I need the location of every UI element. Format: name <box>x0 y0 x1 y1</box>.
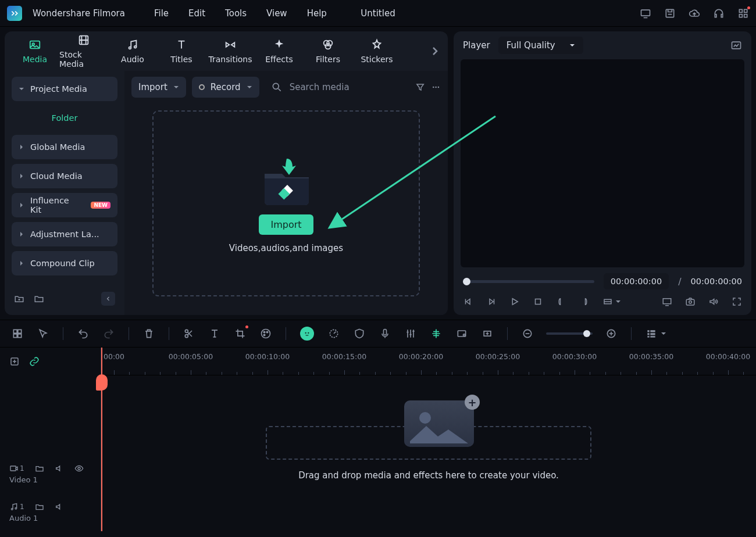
search-input[interactable] <box>288 81 404 93</box>
svg-rect-21 <box>536 299 541 305</box>
drop-hint: Videos,audios,and images <box>229 243 343 253</box>
color-icon[interactable] <box>260 328 272 339</box>
svg-point-10 <box>134 46 137 48</box>
delete-icon[interactable] <box>143 328 155 339</box>
folder-icon[interactable] <box>34 293 44 304</box>
display-settings-icon[interactable] <box>730 40 742 51</box>
zoom-slider[interactable] <box>546 332 593 335</box>
menu-tools[interactable]: Tools <box>225 8 247 19</box>
sidebar-item-compound-clip[interactable]: Compound Clip <box>12 251 117 275</box>
mark-in-icon[interactable] <box>556 296 566 307</box>
quality-dropdown[interactable]: Full Quality <box>498 37 583 54</box>
record-dropdown[interactable]: Record <box>192 77 259 98</box>
app-logo <box>7 6 22 21</box>
menu-edit[interactable]: Edit <box>188 8 205 19</box>
tabs-more-icon[interactable] <box>428 44 442 58</box>
aspect-icon[interactable] <box>602 296 613 307</box>
cursor-icon[interactable] <box>37 328 49 339</box>
mixer-icon[interactable] <box>405 328 416 339</box>
tab-effects[interactable]: Effects <box>255 38 304 64</box>
svg-rect-1 <box>666 9 673 17</box>
next-frame-icon[interactable] <box>486 296 497 307</box>
menu-help[interactable]: Help <box>307 8 327 19</box>
more-icon[interactable] <box>431 81 441 93</box>
link-icon[interactable] <box>29 356 40 367</box>
apps-icon[interactable] <box>737 8 749 19</box>
tab-filters[interactable]: Filters <box>304 38 352 64</box>
tab-audio[interactable]: Audio <box>108 38 157 64</box>
stop-icon[interactable] <box>533 296 543 307</box>
layout-icon[interactable] <box>12 328 23 339</box>
marker-icon[interactable] <box>430 328 442 339</box>
track-view-caret-icon[interactable] <box>661 331 666 336</box>
ai-assistant-icon[interactable] <box>300 327 314 341</box>
track-visible-icon[interactable] <box>74 464 84 473</box>
crop-icon[interactable] <box>234 328 246 339</box>
svg-rect-52 <box>10 466 16 471</box>
cloud-upload-icon[interactable] <box>689 8 700 19</box>
player-viewport[interactable] <box>461 59 744 267</box>
sidebar-item-global-media[interactable]: Global Media <box>12 135 117 159</box>
video-track-name: Video 1 <box>9 475 91 484</box>
sidebar-item-cloud-media[interactable]: Cloud Media <box>12 164 117 188</box>
zoom-in-icon[interactable] <box>605 328 617 339</box>
split-icon[interactable] <box>183 328 195 339</box>
tab-transitions[interactable]: Transitions <box>206 38 255 64</box>
timeline-drop-slot[interactable] <box>266 426 591 460</box>
mark-out-icon[interactable] <box>579 296 590 307</box>
menu-view[interactable]: View <box>266 8 287 19</box>
new-folder-icon[interactable] <box>14 293 24 304</box>
search-icon[interactable] <box>271 81 283 93</box>
app-name: Wondershare Filmora <box>33 8 125 19</box>
undo-icon[interactable] <box>77 328 89 339</box>
monitor-icon[interactable] <box>662 296 672 307</box>
snapshot-icon[interactable] <box>685 296 696 307</box>
video-track-header: 1 Video 1 <box>0 454 101 493</box>
aspect-caret-icon[interactable] <box>615 299 621 305</box>
filter-icon[interactable] <box>415 81 425 93</box>
add-track-icon[interactable] <box>9 356 20 367</box>
import-button[interactable]: Import <box>259 214 313 235</box>
import-drop-zone[interactable]: Import Videos,audios,and images <box>152 110 420 296</box>
tab-stickers[interactable]: Stickers <box>352 38 401 64</box>
render-icon[interactable] <box>456 328 468 339</box>
track-lock-icon[interactable] <box>35 464 44 473</box>
menu-file[interactable]: File <box>154 8 169 19</box>
save-icon[interactable] <box>664 8 676 19</box>
redo-icon[interactable] <box>103 328 115 339</box>
media-placeholder-icon[interactable] <box>404 400 474 447</box>
text-icon[interactable] <box>209 328 220 339</box>
headphones-icon[interactable] <box>713 8 725 19</box>
shield-icon[interactable] <box>354 328 365 339</box>
tab-media[interactable]: Media <box>10 38 59 64</box>
tab-stock-media[interactable]: Stock Media <box>59 34 108 69</box>
track-mute-icon[interactable] <box>55 464 64 473</box>
track-mute-icon[interactable] <box>55 502 64 511</box>
sidebar-item-adjustment-layer[interactable]: Adjustment La... <box>12 222 117 246</box>
fullscreen-icon[interactable] <box>732 296 742 307</box>
svg-rect-27 <box>18 330 22 333</box>
collapse-sidebar-icon[interactable] <box>101 292 115 306</box>
track-lock-icon[interactable] <box>35 502 44 511</box>
import-dropdown[interactable]: Import <box>131 77 186 98</box>
seek-slider[interactable] <box>463 280 594 283</box>
keyframe-icon[interactable] <box>482 328 493 339</box>
audio-track-icon <box>9 502 19 511</box>
tab-titles[interactable]: Titles <box>157 38 206 64</box>
track-view-icon[interactable] <box>646 328 657 339</box>
svg-point-13 <box>325 44 330 49</box>
volume-icon[interactable] <box>708 296 719 307</box>
speed-icon[interactable] <box>328 328 340 339</box>
play-icon[interactable] <box>509 296 520 307</box>
prev-frame-icon[interactable] <box>463 296 473 307</box>
sidebar-item-folder[interactable]: Folder <box>12 106 117 130</box>
playhead[interactable] <box>101 348 102 531</box>
time-ruler[interactable]: 00:0000:00:05:0000:00:10:0000:00:15:0000… <box>101 348 756 375</box>
svg-rect-28 <box>13 334 17 338</box>
timeline-canvas[interactable]: Drag and drop media and effects here to … <box>101 375 756 531</box>
display-icon[interactable] <box>640 8 651 19</box>
sidebar-item-influence-kit[interactable]: Influence Kit NEW <box>12 193 117 217</box>
zoom-out-icon[interactable] <box>522 328 533 339</box>
mic-icon[interactable] <box>379 328 391 339</box>
sidebar-item-project-media[interactable]: Project Media <box>12 77 117 101</box>
